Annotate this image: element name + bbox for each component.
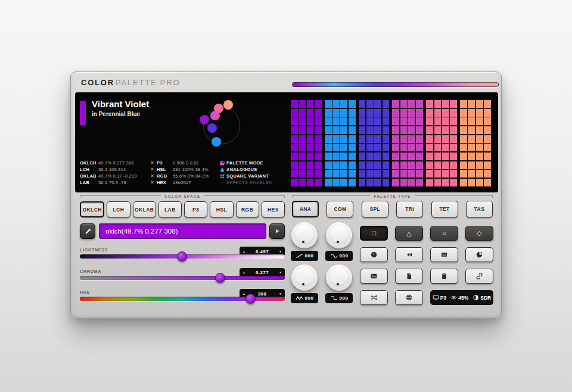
mod-knob[interactable] [326,222,352,248]
swatch-cell [434,170,442,178]
color-space-oklch[interactable]: OKLCH [80,201,104,217]
palette-dot [207,123,217,133]
swatch-cell [484,170,491,178]
mode-status-column: PALETTE MODEANALOGOUSSQUARE VARIANTEFFEC… [219,160,272,186]
swatch-cell [374,109,381,117]
readout-label: OKLAB [80,173,98,179]
increment-arrow[interactable]: ▲ [243,250,245,253]
rewind-button[interactable] [395,247,423,262]
pie-button[interactable] [465,247,493,262]
slider-track[interactable] [80,254,285,259]
knob-value: 000 [340,253,349,259]
swatch-cell [366,126,374,134]
swatch-cell [332,100,340,108]
list-icon [440,251,448,259]
clipboard-button[interactable] [430,269,458,284]
decrement-arrow[interactable]: ▼ [279,250,282,253]
color-space-buttons: OKLCHLCHOKLABLABP3HSLRGBHEX [80,201,285,217]
display-icon [433,294,439,301]
swatch-cell [408,153,415,160]
swatch-cell [291,179,298,186]
mod-knob[interactable] [291,222,318,248]
decrement-arrow[interactable]: ▼ [279,293,282,295]
swatch-cell [426,144,433,151]
swatch-cell [434,144,442,151]
slider-thumb[interactable] [177,251,187,262]
triangle-button[interactable]: △ [395,226,423,241]
globe-icon [405,294,413,301]
swatch-cell [476,109,483,117]
swatch-cell [476,126,483,134]
palette-type-com[interactable]: COM [327,201,353,217]
eyedropper-button[interactable] [80,223,95,239]
palette-type-tri[interactable]: TRI [396,201,423,217]
readout-row: ×HEX#8e00d7 [151,179,209,186]
swatch-cell [307,135,314,143]
palette-type-spl[interactable]: SPL [362,201,388,217]
swatch-cell [325,153,332,160]
color-space-lch[interactable]: LCH [107,201,130,217]
increment-arrow[interactable]: ▲ [243,271,245,274]
swatch-cell [307,109,314,117]
swatch-cell [476,170,483,178]
coverage-status: 45% [450,294,468,301]
swatch-cell [291,100,298,108]
increment-arrow[interactable]: ▲ [243,293,245,295]
list-button[interactable] [430,247,458,262]
gamut-warning-icon: × [151,167,157,172]
palette-type-section-header: PALETTE TYPE [292,194,493,198]
file-icon [405,272,413,280]
apply-play-button[interactable] [269,223,285,239]
swatch-cell [468,170,475,178]
swatch-cell [359,153,366,160]
circle-button[interactable]: ○ [430,226,458,241]
swatch-cell [299,126,306,134]
color-space-oklab[interactable]: OKLAB [133,201,156,217]
link-button[interactable] [465,269,493,284]
shuffle-button[interactable] [360,290,388,305]
palette-swatch-grid [291,100,491,186]
mod-knob[interactable] [326,265,352,291]
slider-track[interactable] [80,276,285,280]
image-button[interactable] [360,269,388,284]
swatch-cell [442,179,449,186]
diamond-button[interactable]: ◇ [465,226,493,241]
swatch-cell [460,170,467,178]
swatch-cell [383,153,390,160]
decrement-arrow[interactable]: ▼ [279,271,282,274]
palette-type-ana[interactable]: ANA [292,201,319,217]
swatch-cell [340,135,347,143]
swatch-cell [291,144,298,151]
color-space-hsl[interactable]: HSL [210,201,233,217]
palette-type-tet[interactable]: TET [431,201,458,217]
color-space-p3[interactable]: P3 [184,201,207,217]
power-button[interactable] [360,247,388,262]
color-space-hex[interactable]: HEX [262,201,285,217]
range-label: SDR [480,295,491,301]
slider-thumb[interactable] [215,273,225,283]
swatch-cell [307,170,314,178]
wave-sine-icon [330,253,338,259]
knob-value: 000 [305,295,314,301]
slider-track[interactable] [80,297,285,301]
swatch-cell [442,126,449,134]
swatch-cell [468,100,475,108]
palette-type-tas[interactable]: TAS [466,201,493,217]
swatch-cell [416,135,423,143]
swatch-cell [366,153,374,160]
globe-button[interactable] [395,290,423,305]
swatch-cell [374,179,381,186]
swatch-cell [325,135,332,143]
slider-thumb[interactable] [245,294,256,304]
file-button[interactable] [395,269,423,284]
color-space-lab[interactable]: LAB [158,201,182,217]
swatch-cell [325,179,332,186]
color-value-input[interactable] [99,223,266,239]
readout-label: LCH [80,167,98,172]
mode-status-row: PALETTE MODE [219,160,272,166]
mod-knob[interactable] [291,265,318,291]
swatch-cell [349,135,356,143]
swatch-cell [408,161,415,169]
color-space-rgb[interactable]: RGB [236,201,259,217]
square-button[interactable]: □ [360,226,388,241]
